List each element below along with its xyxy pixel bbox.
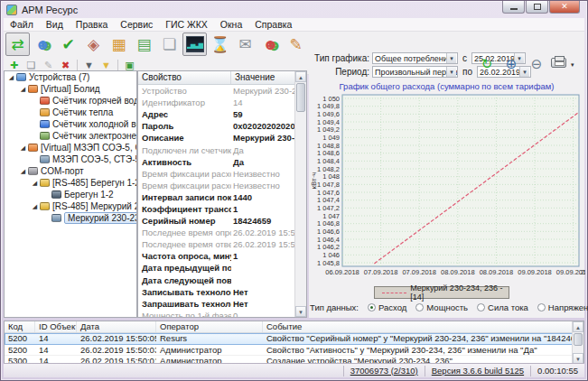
- menu-gis-zhkh[interactable]: ГИС ЖКХ: [159, 18, 214, 31]
- tree-item[interactable]: ◢Устройства (7): [5, 71, 136, 83]
- payments-button[interactable]: ▤: [132, 33, 156, 56]
- scheme-button[interactable]: ◈: [81, 33, 106, 56]
- scroll-down-icon[interactable]: ▼: [295, 306, 306, 317]
- minimize-button[interactable]: [502, 1, 525, 14]
- tree-item[interactable]: ◢[Virtual] МЗЭП СОЭ-5, СТЭ-561: [5, 142, 136, 153]
- property-row[interactable]: Пароль0x020202020202: [138, 120, 306, 132]
- legend-label: Меркурий 230-234, 236 - [14]: [410, 283, 509, 302]
- property-name: Интервал записи пока...: [138, 192, 231, 202]
- table-button[interactable]: ▦: [107, 33, 131, 56]
- charts-button[interactable]: ▂▅▃▆: [182, 33, 207, 56]
- maximize-button[interactable]: [526, 1, 548, 14]
- property-row[interactable]: Дата предыдущей пов...: [138, 262, 306, 274]
- radio-option-label[interactable]: Напряжение: [548, 302, 588, 312]
- property-row[interactable]: Последнее время опроса26.02.2019 15:50:0…: [138, 227, 306, 238]
- radio-unselected-icon[interactable]: [477, 303, 485, 311]
- from-label: с: [458, 53, 469, 63]
- log-scrollbar[interactable]: ▲ ▼: [572, 321, 583, 364]
- property-name: Мощность по 1-й фазе...: [138, 311, 231, 318]
- tree-item[interactable]: Меркурий 230-234, 236: [5, 212, 136, 224]
- menu-service[interactable]: Сервис: [114, 18, 159, 31]
- property-row[interactable]: АктивностьДа: [138, 156, 306, 168]
- log-col-header[interactable]: Код: [5, 321, 35, 332]
- tree-item[interactable]: Берегун 1-2: [5, 189, 136, 200]
- zoom-out-icon[interactable]: ⊖: [527, 54, 546, 72]
- period-select[interactable]: Произвольный период: [372, 66, 458, 78]
- property-name: Последнее время опроса: [138, 228, 231, 237]
- log-col-header[interactable]: Дата: [77, 321, 156, 332]
- property-row[interactable]: ОписаниеМеркурий 230-234, 236: [138, 132, 306, 144]
- expanded-icon[interactable]: ◢: [31, 180, 39, 187]
- property-row[interactable]: УстройствоМеркурий 230-234, 236: [138, 85, 306, 97]
- property-row[interactable]: Серийный номер18424659: [138, 215, 306, 227]
- scroll-thumb[interactable]: [296, 83, 305, 112]
- expanded-icon[interactable]: ◢: [19, 144, 27, 152]
- check-button[interactable]: ✔: [56, 33, 80, 56]
- tree-item-label: Счётчик тепла: [52, 107, 116, 118]
- expanded-icon[interactable]: ◢: [7, 74, 15, 81]
- zoom-in-icon[interactable]: ⊕: [501, 54, 521, 72]
- menu-edit[interactable]: Правка: [70, 18, 114, 31]
- scroll-up-icon[interactable]: ▲: [295, 71, 306, 82]
- reports-button[interactable]: ❏: [157, 33, 182, 56]
- log-col-header[interactable]: Событие: [263, 321, 583, 332]
- menu-view[interactable]: Вид: [40, 18, 70, 31]
- scroll-up-icon[interactable]: ▲: [573, 321, 583, 332]
- radio-option-label[interactable]: Сила тока: [488, 302, 528, 312]
- print-options-caret-icon[interactable]: ▾: [571, 61, 574, 69]
- messages-button[interactable]: ✉: [233, 33, 257, 56]
- property-row[interactable]: Частота опроса, минуты1: [138, 250, 306, 262]
- radio-unselected-icon[interactable]: [537, 303, 546, 311]
- properties-scrollbar[interactable]: ▲ ▼: [294, 71, 306, 317]
- property-row[interactable]: Подключен ли счетчикДа: [138, 144, 306, 155]
- tree-item[interactable]: ◢[Virtual] Болид: [5, 83, 136, 95]
- tree-item[interactable]: Счётчик тепла: [5, 107, 136, 118]
- tree-item[interactable]: Счётчик электроэнергии: [5, 130, 136, 142]
- refresh-icon[interactable]: ↻: [477, 54, 497, 72]
- log-col-header[interactable]: Оператор: [156, 321, 263, 332]
- property-row[interactable]: Время фиксации расхо...Неизвестно: [138, 168, 306, 180]
- close-button[interactable]: ✕: [549, 1, 580, 14]
- menu-windows[interactable]: Окна: [214, 18, 248, 31]
- log-col-header[interactable]: ID Объекта: [35, 321, 77, 332]
- tree-item[interactable]: Счётчик горячей воды: [5, 95, 136, 107]
- property-row[interactable]: Запрашивать техноло...Нет: [138, 298, 306, 310]
- journal-button[interactable]: ✎: [284, 33, 308, 56]
- property-row[interactable]: Время фиксации расхо...Неизвестно: [138, 180, 306, 191]
- property-row[interactable]: Записывать технологи...Нет: [138, 286, 306, 298]
- property-row[interactable]: Дата следующей пове...: [138, 274, 306, 286]
- property-row[interactable]: Мощность по 1-й фазе...0: [138, 310, 306, 318]
- tree-item[interactable]: Счётчик холодной воды: [5, 118, 136, 130]
- tree-item[interactable]: МЗЭП СОЭ-5, СТЭ-561: [5, 153, 136, 165]
- tree-item[interactable]: ◢[RS-485] Меркурий 230-234, 236: [5, 200, 136, 212]
- radio-selected-icon[interactable]: [368, 303, 376, 311]
- tree-item[interactable]: ◢COM-порт: [5, 165, 136, 177]
- status-counter-link[interactable]: 37006973 (2/310): [343, 366, 425, 376]
- scroll-thumb[interactable]: [574, 333, 583, 346]
- abonents-button[interactable]: ☻: [31, 33, 55, 56]
- status-version-link[interactable]: Версия 3.6.6 build 5125: [425, 366, 530, 376]
- tree-item-label: [RS-485] Берегун 1-2: [52, 178, 137, 189]
- radio-option-label[interactable]: Расход: [378, 302, 406, 312]
- property-row[interactable]: Коэффициент трансфо...1: [138, 203, 306, 215]
- statuses-button[interactable]: ☻: [258, 33, 283, 56]
- log-row[interactable]: 52001426.02.2019 15:50:03АдминистраторСв…: [5, 345, 583, 357]
- property-row[interactable]: Интервал записи пока...1440: [138, 191, 306, 203]
- log-row[interactable]: 52001426.02.2019 15:50:05ResursСвойство …: [5, 333, 583, 345]
- expanded-icon[interactable]: ◢: [31, 203, 39, 210]
- history-button[interactable]: ⌛: [208, 33, 232, 56]
- sync-button[interactable]: ⇄: [5, 33, 30, 56]
- chart-type-select[interactable]: Общее потребление: [372, 52, 458, 64]
- radio-option-label[interactable]: Мощность: [426, 302, 468, 312]
- menu-help[interactable]: Справка: [248, 18, 298, 31]
- property-row[interactable]: Адрес59: [138, 108, 306, 120]
- tree-item[interactable]: ◢[RS-485] Берегун 1-2: [5, 177, 136, 189]
- property-name: Серийный номер: [138, 216, 231, 226]
- property-row[interactable]: Идентификатор14: [138, 97, 306, 108]
- menu-file[interactable]: Файл: [4, 18, 40, 31]
- property-row[interactable]: Последнее время ответа26.02.2019 15:50:0…: [138, 238, 306, 250]
- expanded-icon[interactable]: ◢: [19, 86, 27, 93]
- print-icon[interactable]: [551, 58, 566, 68]
- expanded-icon[interactable]: ◢: [19, 168, 27, 175]
- radio-unselected-icon[interactable]: [415, 303, 424, 311]
